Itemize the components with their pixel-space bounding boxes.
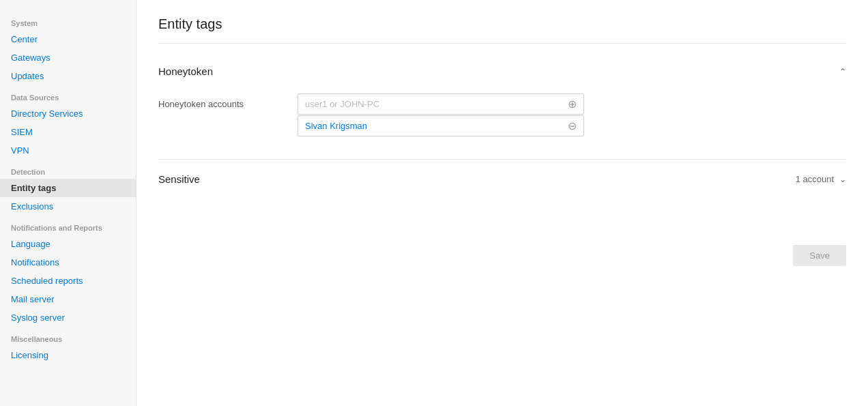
sidebar-section-label-miscellaneous: Miscellaneous — [0, 327, 136, 346]
honeytoken-tag-text: Sivan Krigsman — [298, 116, 561, 136]
sidebar-item-scheduled-reports[interactable]: Scheduled reports — [0, 272, 136, 290]
sidebar-item-syslog-server[interactable]: Syslog server — [0, 308, 136, 327]
footer-bar: Save — [158, 234, 846, 266]
sensitive-meta: 1 account ⌄ — [796, 174, 846, 184]
save-button[interactable]: Save — [793, 245, 846, 266]
sidebar-section-label-data-sources: Data Sources — [0, 85, 136, 104]
sidebar-item-vpn[interactable]: VPN — [0, 141, 136, 160]
honeytoken-header[interactable]: Honeytoken ⌃ — [158, 57, 846, 85]
sidebar-section-label-notifications-and-reports: Notifications and Reports — [0, 216, 136, 235]
honeytoken-add-input-row[interactable]: ⊕ — [298, 93, 584, 115]
honeytoken-tag-sivan: Sivan Krigsman ⊖ — [298, 115, 584, 136]
honeytoken-accounts-label: Honeytoken accounts — [158, 93, 281, 109]
page-title: Entity tags — [158, 16, 846, 44]
sensitive-header[interactable]: Sensitive 1 account ⌄ — [158, 165, 846, 193]
sidebar-item-siem[interactable]: SIEM — [0, 123, 136, 141]
honeytoken-title: Honeytoken — [158, 66, 213, 77]
honeytoken-body: Honeytoken accounts ⊕ Sivan Krigsman ⊖ — [158, 85, 846, 148]
sensitive-chevron-icon: ⌄ — [839, 175, 846, 184]
sidebar-item-language[interactable]: Language — [0, 235, 136, 253]
sidebar-section-label-detection: Detection — [0, 160, 136, 179]
sensitive-section: Sensitive 1 account ⌄ — [158, 165, 846, 193]
honeytoken-accounts-inputs: ⊕ Sivan Krigsman ⊖ — [298, 93, 584, 137]
honeytoken-accounts-row: Honeytoken accounts ⊕ Sivan Krigsman ⊖ — [158, 93, 846, 137]
sidebar-item-licensing[interactable]: Licensing — [0, 346, 136, 364]
sidebar-item-exclusions[interactable]: Exclusions — [0, 197, 136, 216]
sidebar-item-gateways[interactable]: Gateways — [0, 48, 136, 67]
sidebar-item-mail-server[interactable]: Mail server — [0, 290, 136, 308]
sidebar-item-notifications[interactable]: Notifications — [0, 253, 136, 272]
honeytoken-section: Honeytoken ⌃ Honeytoken accounts ⊕ Sivan… — [158, 57, 846, 160]
honeytoken-add-input[interactable] — [298, 94, 561, 114]
remove-tag-icon[interactable]: ⊖ — [561, 119, 583, 132]
sidebar-item-center[interactable]: Center — [0, 30, 136, 48]
sidebar-section-label-system: System — [0, 11, 136, 30]
honeytoken-chevron-icon: ⌃ — [839, 67, 846, 76]
add-icon[interactable]: ⊕ — [561, 98, 583, 111]
sensitive-account-count: 1 account — [796, 174, 834, 184]
sidebar-item-updates[interactable]: Updates — [0, 67, 136, 85]
sidebar: SystemCenterGatewaysUpdatesData SourcesD… — [0, 0, 136, 406]
sidebar-item-directory-services[interactable]: Directory Services — [0, 104, 136, 123]
sidebar-item-entity-tags[interactable]: Entity tags — [0, 179, 136, 197]
sensitive-title: Sensitive — [158, 173, 200, 185]
main-content: Entity tags Honeytoken ⌃ Honeytoken acco… — [136, 0, 868, 406]
